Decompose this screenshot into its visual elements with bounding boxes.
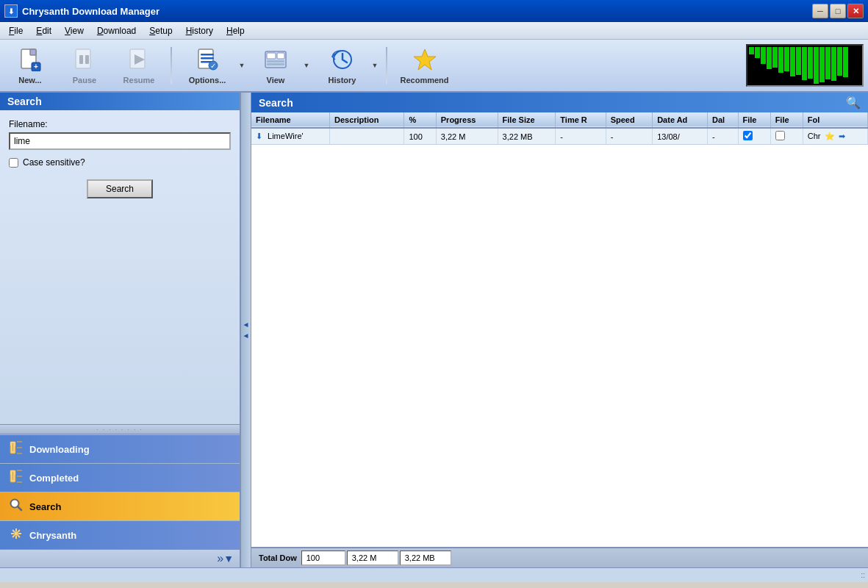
toolbar-resume-button[interactable]: Resume [113, 43, 165, 87]
row-filesize: 3,22 MB [498, 128, 556, 145]
minimize-button[interactable]: ─ [812, 4, 828, 18]
menu-download[interactable]: Download [91, 24, 142, 37]
col-file1[interactable]: File [738, 112, 770, 128]
content-header: Search 🔍 [251, 93, 868, 112]
maximize-button[interactable]: □ [830, 4, 846, 18]
arrow-icon: ➡ [839, 132, 845, 140]
col-filename[interactable]: Filename [251, 112, 329, 128]
menu-history[interactable]: History [180, 24, 219, 37]
toolbar-history-button[interactable]: History [315, 43, 370, 87]
view-icon [262, 46, 289, 73]
view-arrow-button[interactable]: ▼ [301, 43, 312, 87]
row-speed: - [606, 128, 653, 145]
toolbar-options-group: ✓ Options... ▼ [178, 43, 247, 87]
svg-rect-12 [201, 54, 214, 56]
svg-line-37 [18, 506, 21, 510]
new-label: New... [18, 76, 41, 85]
menu-help[interactable]: Help [220, 24, 251, 37]
menu-edit[interactable]: Edit [30, 24, 57, 37]
app-icon: ⬇ [4, 4, 18, 18]
row-description [329, 128, 404, 145]
options-icon: ✓ [194, 46, 220, 73]
menu-view[interactable]: View [59, 24, 90, 37]
close-button[interactable]: ✕ [847, 4, 864, 18]
sidebar-splitter[interactable]: · · · · · · · · [0, 424, 240, 434]
title-bar-controls: ─ □ ✕ [812, 4, 864, 18]
history-arrow-button[interactable]: ▼ [370, 43, 380, 87]
col-progress[interactable]: Progress [436, 112, 498, 128]
more-button[interactable]: » [217, 553, 223, 564]
nav-item-completed[interactable]: Completed [0, 463, 240, 492]
nav-item-downloading[interactable]: Downloading [0, 434, 240, 463]
menu-file[interactable]: File [3, 24, 29, 37]
sidebar-panel-title: Search [0, 93, 240, 110]
toolbar-recommend-button[interactable]: Recommend [393, 43, 456, 87]
sidebar-search-panel: Search Filename: Case sensitive? Search [0, 93, 240, 424]
total-size1-field: 3,22 M [347, 551, 398, 565]
search-nav-icon [9, 498, 24, 514]
svg-rect-21 [267, 63, 284, 65]
app-title: Chrysanth Download Manager [22, 6, 159, 17]
svg-rect-7 [79, 55, 83, 64]
svg-line-45 [18, 530, 20, 532]
col-speed[interactable]: Speed [606, 112, 653, 128]
resume-icon [126, 46, 152, 73]
recommend-icon [412, 46, 438, 73]
col-filesize[interactable]: File Size [498, 112, 556, 128]
scroll-down-button[interactable]: ▼ [223, 553, 234, 564]
row-check1[interactable] [738, 128, 770, 145]
search-button[interactable]: Search [87, 179, 153, 198]
main-area: Search Filename: Case sensitive? Search … [0, 93, 868, 567]
collapse-handle[interactable]: ◄ ◄ [241, 93, 251, 567]
download-icon: ⬇ [256, 132, 262, 140]
menu-setup[interactable]: Setup [143, 24, 178, 37]
row-percent: 100 [404, 128, 436, 145]
toolbar-pause-button[interactable]: Pause [59, 43, 110, 87]
downloading-label: Downloading [29, 444, 90, 455]
nav-item-chrysanth[interactable]: Chrysanth [0, 520, 240, 549]
col-file2[interactable]: File [770, 112, 803, 128]
col-dal[interactable]: Dal [707, 112, 738, 128]
completed-label: Completed [29, 473, 79, 484]
sidebar-nav: Downloading Completed [0, 434, 240, 549]
content-title: Search [259, 97, 293, 109]
col-folder[interactable]: Fol [803, 112, 867, 128]
total-dow-label: Total Dow [254, 552, 301, 564]
row-check2[interactable] [770, 128, 803, 145]
total-size2-field: 3,22 MB [400, 551, 451, 565]
col-timer[interactable]: Time R [556, 112, 606, 128]
title-bar-left: ⬇ Chrysanth Download Manager [4, 4, 159, 18]
svg-rect-20 [267, 60, 284, 62]
options-label: Options... [189, 76, 226, 85]
sidebar-bottom: » ▼ [0, 549, 240, 567]
col-percent[interactable]: % [404, 112, 436, 128]
toolbar-options-button[interactable]: ✓ Options... [178, 43, 237, 87]
svg-rect-3 [30, 49, 36, 55]
toolbar: + New... Pause Resume [0, 40, 868, 93]
case-sensitive-checkbox[interactable] [9, 158, 18, 168]
pause-label: Pause [73, 76, 96, 85]
col-description[interactable]: Description [329, 112, 404, 128]
nav-item-search[interactable]: Search [0, 492, 240, 520]
completed-icon [9, 470, 24, 486]
case-sensitive-row: Case sensitive? [9, 157, 231, 168]
svg-marker-23 [414, 49, 436, 70]
svg-text:⬇: ⬇ [8, 7, 14, 15]
toolbar-new-button[interactable]: + New... [4, 43, 56, 87]
toolbar-view-group: View ▼ [250, 43, 312, 87]
row-timer: - [556, 128, 606, 145]
svg-text:✓: ✓ [210, 62, 216, 70]
scroll-indicator: :: [861, 571, 865, 579]
filename-input[interactable] [9, 132, 231, 150]
table-row: ⬇ LimeWire' 100 3,22 M 3,22 MB - - 13/08… [251, 128, 868, 145]
col-dateadded[interactable]: Date Ad [653, 112, 708, 128]
chrysanth-icon [9, 527, 24, 543]
svg-rect-8 [85, 55, 89, 64]
options-arrow-button[interactable]: ▼ [237, 43, 247, 87]
toolbar-view-button[interactable]: View [250, 43, 301, 87]
history-label: History [329, 76, 356, 85]
svg-rect-19 [277, 53, 284, 59]
content-panel: Search 🔍 Filename Description % Progress… [251, 93, 868, 567]
svg-text:+: + [34, 62, 38, 71]
search-header-icon[interactable]: 🔍 [846, 96, 861, 110]
